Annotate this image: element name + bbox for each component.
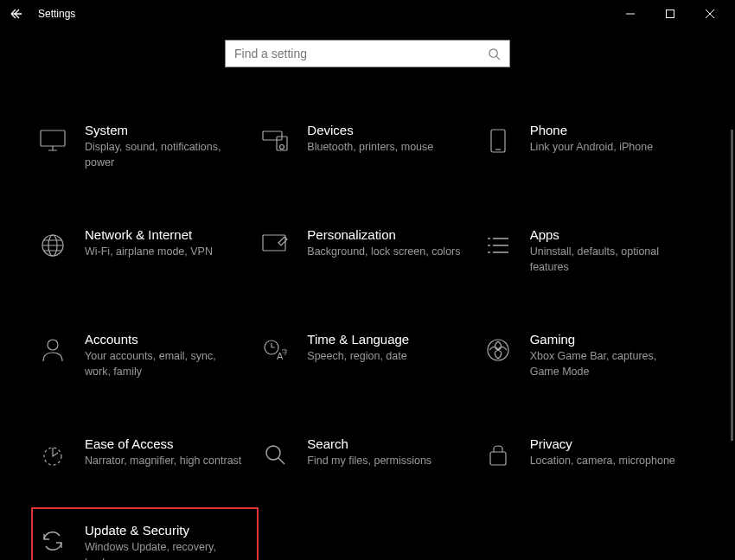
tile-accounts[interactable]: Accounts Your accounts, email, sync, wor…: [38, 328, 252, 383]
tile-time[interactable]: A字 Time & Language Speech, region, date: [260, 328, 474, 383]
tile-desc: Find my files, permissions: [307, 454, 465, 469]
ease-of-access-icon: [38, 440, 67, 469]
window-title: Settings: [38, 8, 75, 20]
tile-title: Privacy: [530, 436, 688, 451]
tile-search[interactable]: Search Find my files, permissions: [260, 433, 474, 473]
minimize-icon: [626, 10, 635, 18]
search-input[interactable]: [234, 47, 488, 60]
close-icon: [706, 10, 714, 18]
svg-rect-9: [263, 235, 285, 251]
tile-desc: Your accounts, email, sync, work, family: [85, 349, 243, 379]
tile-apps[interactable]: Apps Uninstall, defaults, optional featu…: [483, 224, 697, 278]
accounts-icon: [38, 335, 67, 365]
svg-rect-3: [263, 131, 282, 140]
scrollbar[interactable]: [731, 130, 733, 441]
settings-grid: System Display, sound, notifications, po…: [38, 119, 697, 560]
tile-desc: Location, camera, microphone: [530, 454, 688, 469]
svg-rect-0: [667, 10, 674, 18]
gaming-icon: [483, 335, 513, 365]
back-button[interactable]: [5, 2, 29, 26]
phone-icon: [483, 126, 513, 156]
tile-desc: Bluetooth, printers, mouse: [307, 140, 465, 156]
tile-desc: Uninstall, defaults, optional features: [530, 245, 688, 275]
svg-rect-17: [490, 452, 506, 465]
tile-gaming[interactable]: Gaming Xbox Game Bar, captures, Game Mod…: [483, 328, 697, 383]
tile-title: Update & Security: [85, 523, 243, 538]
tile-title: Phone: [530, 123, 688, 137]
tile-title: Ease of Access: [85, 436, 243, 451]
tile-title: Time & Language: [307, 332, 465, 347]
search-container: [0, 40, 735, 67]
search-box[interactable]: [225, 40, 510, 67]
tile-desc: Speech, region, date: [307, 349, 465, 365]
system-icon: [38, 126, 67, 156]
tile-phone[interactable]: Phone Link your Android, iPhone: [483, 119, 697, 174]
tile-title: Accounts: [85, 332, 243, 347]
network-icon: [38, 231, 67, 260]
tile-desc: Xbox Game Bar, captures, Game Mode: [530, 349, 688, 379]
tile-title: Personalization: [307, 227, 465, 242]
tile-title: System: [85, 123, 243, 137]
tile-devices[interactable]: Devices Bluetooth, printers, mouse: [260, 119, 474, 174]
update-icon: [38, 526, 67, 556]
svg-rect-2: [41, 130, 65, 146]
tile-title: Gaming: [530, 332, 688, 347]
maximize-button[interactable]: [650, 0, 690, 28]
svg-point-16: [266, 446, 280, 460]
tile-desc: Windows Update, recovery, backup: [85, 540, 243, 560]
tile-desc: Link your Android, iPhone: [530, 140, 688, 156]
svg-rect-6: [491, 130, 505, 152]
tile-desc: Wi-Fi, airplane mode, VPN: [85, 245, 243, 260]
tile-system[interactable]: System Display, sound, notifications, po…: [38, 119, 252, 174]
maximize-icon: [666, 10, 674, 18]
tile-title: Devices: [307, 123, 465, 137]
tile-network[interactable]: Network & Internet Wi-Fi, airplane mode,…: [38, 224, 252, 278]
close-button[interactable]: [690, 0, 730, 28]
titlebar: Settings: [0, 0, 735, 28]
tile-title: Network & Internet: [85, 227, 243, 242]
tile-personalization[interactable]: Personalization Background, lock screen,…: [260, 224, 474, 278]
minimize-button[interactable]: [610, 0, 650, 28]
search-icon: [488, 48, 501, 60]
tile-title: Apps: [530, 227, 688, 242]
privacy-icon: [483, 440, 513, 469]
tile-desc: Display, sound, notifications, power: [85, 140, 243, 170]
svg-point-10: [48, 340, 58, 350]
window-controls: [610, 0, 730, 28]
tile-update-security[interactable]: Update & Security Windows Update, recove…: [31, 507, 259, 560]
apps-icon: [483, 231, 513, 260]
tile-title: Search: [307, 436, 465, 451]
devices-icon: [260, 126, 290, 156]
svg-point-5: [280, 145, 284, 150]
svg-point-1: [489, 48, 497, 56]
tile-privacy[interactable]: Privacy Location, camera, microphone: [483, 433, 697, 473]
tile-desc: Background, lock screen, colors: [307, 245, 465, 260]
search-category-icon: [260, 440, 290, 469]
tile-ease-of-access[interactable]: Ease of Access Narrator, magnifier, high…: [38, 433, 252, 473]
tile-desc: Narrator, magnifier, high contrast: [85, 454, 243, 469]
time-icon: A字: [260, 335, 290, 365]
svg-text:字: 字: [282, 348, 287, 356]
personalization-icon: [260, 231, 290, 260]
